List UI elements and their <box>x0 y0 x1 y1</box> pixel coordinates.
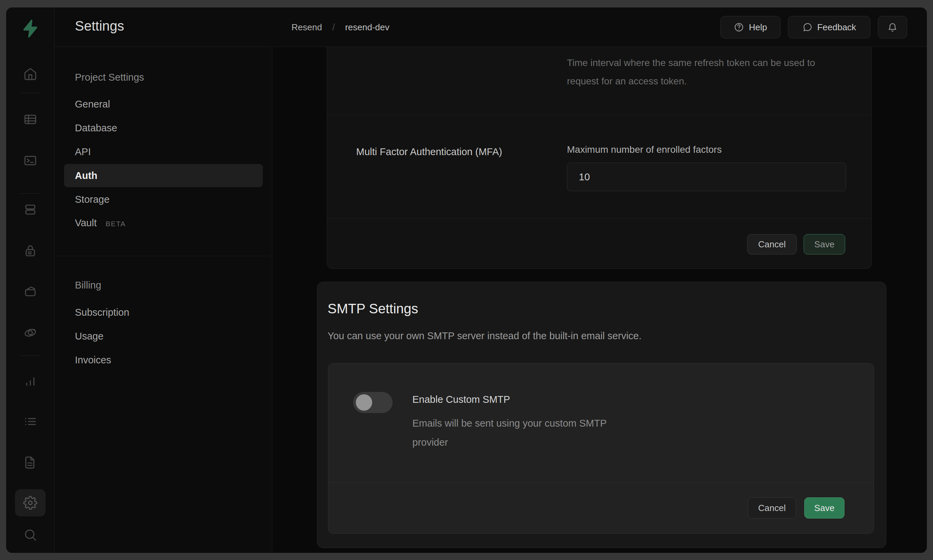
nav-item-subscription[interactable]: Subscription <box>75 307 130 318</box>
nav-heading-billing: Billing <box>75 280 101 291</box>
page-title: Settings <box>75 18 124 34</box>
rail-divider <box>20 93 40 93</box>
home-icon[interactable] <box>23 67 37 81</box>
logs-icon[interactable] <box>23 414 37 429</box>
supabase-logo-icon[interactable] <box>19 18 41 40</box>
smtp-title: SMTP Settings <box>328 301 418 316</box>
feedback-button-label: Feedback <box>817 22 856 33</box>
nav-heading-project-settings: Project Settings <box>75 72 144 83</box>
reports-icon[interactable] <box>23 374 37 388</box>
app-window: Project Settings General Database API Au… <box>6 8 927 553</box>
breadcrumb-separator: / <box>332 22 335 33</box>
docs-icon[interactable] <box>23 455 37 470</box>
max-enrolled-factors-label: Maximum number of enrolled factors <box>567 144 722 155</box>
rail-divider <box>20 355 40 356</box>
feedback-chat-icon <box>802 22 813 32</box>
smtp-description: You can use your own SMTP server instead… <box>328 330 642 342</box>
card-divider <box>327 218 871 219</box>
nav-item-database[interactable]: Database <box>75 123 117 134</box>
realtime-icon[interactable] <box>23 326 37 340</box>
smtp-form-panel: Enable Custom SMTP Emails will be sent u… <box>328 363 874 534</box>
enable-custom-smtp-label: Enable Custom SMTP <box>412 394 510 405</box>
nav-item-general[interactable]: General <box>75 98 110 110</box>
settings-gear-icon[interactable] <box>23 496 37 510</box>
sql-editor-icon[interactable] <box>23 154 37 168</box>
smtp-settings-card: SMTP Settings You can use your own SMTP … <box>317 282 886 548</box>
top-header: Settings Resend / resend-dev Help Feedba… <box>54 8 927 47</box>
breadcrumb: Resend / resend-dev <box>291 8 389 47</box>
card-divider <box>327 115 871 115</box>
nav-item-storage[interactable]: Storage <box>75 194 109 205</box>
help-button-label: Help <box>749 22 767 33</box>
enable-custom-smtp-toggle[interactable] <box>353 392 393 413</box>
table-editor-icon[interactable] <box>23 112 37 126</box>
smtp-footer-divider <box>328 482 874 483</box>
database-icon[interactable] <box>23 202 37 217</box>
auth-lock-icon[interactable] <box>23 244 37 258</box>
nav-item-usage[interactable]: Usage <box>75 331 103 342</box>
help-button[interactable]: Help <box>720 16 780 38</box>
mfa-section-label: Multi Factor Authentication (MFA) <box>356 146 502 157</box>
enable-custom-smtp-description: Emails will be sent using your custom SM… <box>412 414 608 452</box>
icon-rail <box>6 8 54 553</box>
nav-divider <box>54 256 272 256</box>
auth-settings-card: Time interval where the same refresh tok… <box>327 47 872 269</box>
nav-item-vault-label: Vault <box>75 217 97 228</box>
nav-item-api[interactable]: API <box>75 146 91 157</box>
nav-item-vault[interactable]: VaultBETA <box>75 217 126 229</box>
breadcrumb-org[interactable]: Resend <box>291 22 322 33</box>
feedback-button[interactable]: Feedback <box>788 16 870 38</box>
notifications-button[interactable] <box>878 16 907 38</box>
rail-divider <box>20 193 40 194</box>
toggle-knob <box>356 394 372 411</box>
auth-save-button[interactable]: Save <box>803 234 845 254</box>
nav-item-auth[interactable]: Auth <box>75 170 97 182</box>
search-icon[interactable] <box>23 528 37 542</box>
auth-cancel-button[interactable]: Cancel <box>747 234 797 254</box>
max-enrolled-factors-input[interactable] <box>567 163 846 191</box>
smtp-cancel-button[interactable]: Cancel <box>748 497 796 518</box>
breadcrumb-project[interactable]: resend-dev <box>345 22 389 33</box>
storage-icon[interactable] <box>23 284 37 298</box>
settings-nav-panel: Project Settings General Database API Au… <box>54 8 272 553</box>
nav-item-invoices[interactable]: Invoices <box>75 354 111 366</box>
bell-icon <box>887 22 898 32</box>
smtp-save-button[interactable]: Save <box>804 497 845 518</box>
refresh-token-description: Time interval where the same refresh tok… <box>567 54 839 91</box>
beta-badge: BETA <box>106 220 126 228</box>
main-content: Time interval where the same refresh tok… <box>272 47 927 553</box>
help-icon <box>734 22 744 32</box>
